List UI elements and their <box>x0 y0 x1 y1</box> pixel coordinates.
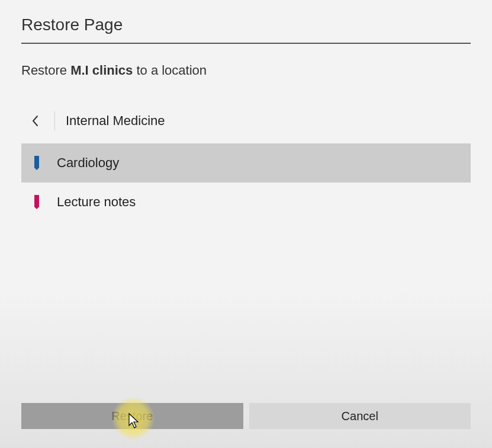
section-list: Cardiology Lecture notes <box>21 143 471 222</box>
cancel-button[interactable]: Cancel <box>249 403 471 429</box>
section-label: Cardiology <box>57 155 119 171</box>
breadcrumb: Internal Medicine <box>21 107 471 135</box>
section-label: Lecture notes <box>57 194 136 210</box>
restore-button[interactable]: Restore <box>21 403 243 429</box>
restore-page-dialog: Restore Page Restore M.I clinics to a lo… <box>0 0 492 448</box>
back-button[interactable] <box>21 107 50 135</box>
prompt-item-name: M.I clinics <box>70 63 133 78</box>
list-item[interactable]: Cardiology <box>21 143 471 183</box>
section-tab-icon <box>34 156 39 170</box>
prompt-suffix: to a location <box>133 63 207 78</box>
prompt-text: Restore M.I clinics to a location <box>21 63 471 78</box>
dialog-title: Restore Page <box>21 0 471 44</box>
dialog-button-row: Restore Cancel <box>21 403 471 429</box>
chevron-left-icon <box>31 115 40 127</box>
nav-divider <box>54 111 55 130</box>
current-location-label: Internal Medicine <box>66 113 165 129</box>
section-tab-icon <box>34 195 39 209</box>
prompt-prefix: Restore <box>21 63 70 78</box>
list-item[interactable]: Lecture notes <box>21 183 471 222</box>
